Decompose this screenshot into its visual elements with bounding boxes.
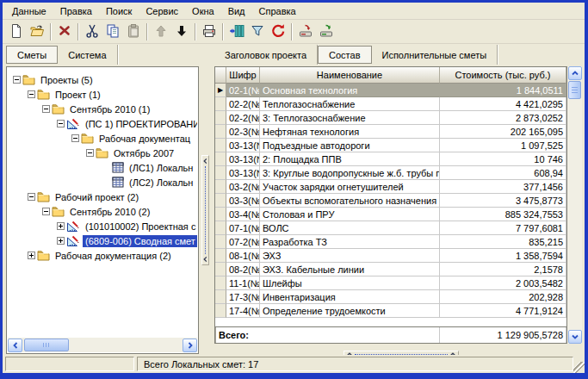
table-row-7[interactable]: 03-2(№Участок зарядки огнетушителей377,1… bbox=[215, 180, 566, 194]
tree-scrollbar-thumb[interactable] bbox=[24, 339, 69, 351]
table-row-10[interactable]: 07-1(№ВОЛС7 797,6081 bbox=[215, 221, 566, 235]
open-folder-button[interactable] bbox=[27, 22, 47, 42]
tree-item-11[interactable]: (6809-006) Сводная смет bbox=[8, 233, 197, 248]
tree-item-label[interactable]: (101010002) Проектная с bbox=[83, 221, 197, 233]
print-button[interactable] bbox=[199, 22, 220, 42]
cell-cost[interactable]: 202 165,095 bbox=[440, 125, 566, 139]
cell-name[interactable]: Нефтяная технология bbox=[260, 125, 440, 139]
table-row-0[interactable]: ▶02-1(№Основная технология1 844,0511 bbox=[215, 84, 566, 97]
scroll-left-button[interactable] bbox=[8, 339, 22, 352]
expand-toggle[interactable] bbox=[57, 237, 65, 245]
column-header-code[interactable]: Шифр bbox=[226, 67, 260, 84]
cell-cost[interactable]: 2 873,0252 bbox=[440, 111, 566, 125]
scroll-up-button[interactable] bbox=[568, 66, 582, 80]
tree-item-2[interactable]: Сентябрь 2010 (1) bbox=[8, 102, 197, 116]
cell-cost[interactable]: 885 324,7553 bbox=[440, 208, 566, 221]
cell-cost[interactable]: 1 097,525 bbox=[440, 139, 566, 152]
table-row-1[interactable]: 02-2(№Теплогазоснабжение4 421,0295 bbox=[215, 97, 566, 111]
tree-item-10[interactable]: (101010002) Проектная с bbox=[8, 219, 197, 233]
cell-name[interactable]: Объекты вспомогательного назначения bbox=[260, 194, 440, 208]
cell-code[interactable]: 08-2(№ bbox=[226, 263, 260, 276]
cell-code[interactable]: 03-13(№ bbox=[226, 166, 260, 180]
tree-item-9[interactable]: Сентябрь 2010 (2) bbox=[8, 204, 197, 219]
tree-item-7[interactable]: (ЛС2) Локальн bbox=[8, 175, 197, 190]
cell-cost[interactable]: 2,1578 bbox=[440, 263, 566, 276]
tab-zagolovok-proekta[interactable]: Заголовок проекта bbox=[214, 45, 318, 65]
cell-code[interactable]: 03-2(№ bbox=[226, 180, 260, 194]
cell-cost[interactable]: 1 844,0511 bbox=[440, 84, 566, 97]
cell-cost[interactable]: 3 475,8773 bbox=[440, 194, 566, 208]
tab-sostav[interactable]: Состав bbox=[318, 46, 371, 64]
tree-item-label[interactable]: Проект (1) bbox=[53, 89, 103, 101]
tree-item-12[interactable]: Рабочая документация (2) bbox=[8, 248, 197, 263]
table-row-8[interactable]: 03-3(№Объекты вспомогательного назначени… bbox=[215, 194, 566, 208]
cell-cost[interactable]: 10 746 bbox=[440, 152, 566, 166]
table-row-2[interactable]: 02-2(№3: Теплогазоснабжение2 873,0252 bbox=[215, 111, 566, 125]
cell-name[interactable]: 3: Круглые водопропускные ж.б. трубы п bbox=[260, 166, 440, 180]
collapse-toggle[interactable] bbox=[13, 76, 21, 84]
cell-code[interactable]: 17-4(№ bbox=[226, 304, 260, 318]
cell-code[interactable]: 03-13(№ bbox=[226, 152, 260, 166]
table-row-9[interactable]: 03-4(№Столовая и ПРУ885 324,7553 bbox=[215, 208, 566, 221]
table-row-11[interactable]: 07-2(№Разработка ТЗ835,215 bbox=[215, 235, 566, 249]
collapse-toggle[interactable] bbox=[28, 90, 35, 98]
cell-code[interactable]: 17-3(№ bbox=[226, 290, 260, 304]
refresh-button[interactable] bbox=[268, 22, 288, 42]
table-row-12[interactable]: 08-1(№ЭХЗ1 358,7594 bbox=[215, 249, 566, 263]
tree-item-label[interactable]: Рабочая документац bbox=[96, 133, 193, 145]
cell-name[interactable]: Определение трудоемкости bbox=[260, 304, 440, 318]
cell-name[interactable]: Основная технология bbox=[260, 84, 440, 97]
tree-item-label[interactable]: Сентябрь 2010 (1) bbox=[67, 103, 152, 115]
table-row-5[interactable]: 03-13(№2: Площадка ППВ10 746 bbox=[215, 152, 566, 166]
resize-grip[interactable] bbox=[573, 362, 585, 373]
tree-item-label[interactable]: Сентябрь 2010 (2) bbox=[67, 206, 152, 218]
cell-cost[interactable]: 835,215 bbox=[440, 235, 566, 249]
cell-name[interactable]: Разработка ТЗ bbox=[260, 235, 440, 249]
import-button[interactable] bbox=[295, 22, 316, 42]
column-header-name[interactable]: Наименование bbox=[260, 67, 440, 84]
tree-horizontal-scrollbar[interactable] bbox=[8, 338, 197, 352]
expand-toggle[interactable] bbox=[28, 252, 35, 259]
tree-item-label[interactable]: (ЛС2) Локальн bbox=[127, 177, 195, 189]
cell-cost[interactable]: 202,928 bbox=[440, 290, 566, 304]
tree-item-label[interactable]: (ПС 1) ПРОЕКТИРОВАНИ bbox=[83, 118, 197, 130]
vertical-splitter[interactable] bbox=[201, 155, 209, 265]
menu-help[interactable]: Справка bbox=[252, 3, 303, 19]
tree-item-1[interactable]: Проект (1) bbox=[8, 87, 197, 102]
tree-item-label[interactable]: Октябрь 2007 bbox=[111, 147, 176, 159]
tab-sistema[interactable]: Система bbox=[58, 45, 117, 65]
copy-button[interactable] bbox=[102, 22, 123, 42]
collapse-toggle[interactable] bbox=[71, 134, 79, 142]
cell-name[interactable]: ЭХЗ bbox=[260, 249, 440, 263]
export-button[interactable] bbox=[316, 22, 337, 42]
cell-code[interactable]: 07-1(№ bbox=[226, 221, 260, 235]
cell-code[interactable]: 11-1(№ bbox=[226, 276, 260, 290]
tab-ispolnitelnye-smety[interactable]: Исполнительные сметы bbox=[372, 45, 498, 65]
cell-cost[interactable]: 1 358,7594 bbox=[440, 249, 566, 263]
column-header-cost[interactable]: Стоимость (тыс. руб.) bbox=[440, 67, 566, 84]
cell-cost[interactable]: 377,1456 bbox=[440, 180, 566, 194]
tree-item-label[interactable]: (ЛС1) Локальн bbox=[127, 162, 195, 174]
tree-item-3[interactable]: (ПС 1) ПРОЕКТИРОВАНИ bbox=[8, 116, 197, 131]
cell-cost[interactable]: 2 003,5482 bbox=[440, 276, 566, 290]
filter-button[interactable] bbox=[247, 22, 268, 42]
table-vertical-scrollbar[interactable] bbox=[567, 66, 582, 344]
collapse-toggle[interactable] bbox=[28, 193, 35, 201]
tree-item-5[interactable]: Октябрь 2007 bbox=[8, 146, 197, 160]
expand-toggle[interactable] bbox=[57, 222, 65, 230]
move-down-button[interactable] bbox=[171, 22, 192, 42]
delete-button[interactable] bbox=[54, 22, 75, 42]
tree-item-0[interactable]: Проекты (5) bbox=[8, 72, 197, 87]
table-row-15[interactable]: 17-3(№Инвентаризация202,928 bbox=[215, 290, 566, 304]
collapse-toggle[interactable] bbox=[86, 149, 94, 157]
cell-name[interactable]: Шлейфы bbox=[260, 276, 440, 290]
cell-code[interactable]: 03-13(№ bbox=[226, 139, 260, 152]
tab-smety[interactable]: Сметы bbox=[6, 46, 58, 64]
cut-button[interactable] bbox=[82, 22, 102, 42]
cell-name[interactable]: ВОЛС bbox=[260, 221, 440, 235]
tree-item-label[interactable]: Рабочая документация (2) bbox=[53, 250, 174, 262]
cell-cost[interactable]: 7 797,6081 bbox=[440, 221, 566, 235]
cell-name[interactable]: Теплогазоснабжение bbox=[260, 97, 440, 111]
menu-view[interactable]: Вид bbox=[221, 3, 252, 19]
menu-windows[interactable]: Окна bbox=[185, 3, 221, 19]
